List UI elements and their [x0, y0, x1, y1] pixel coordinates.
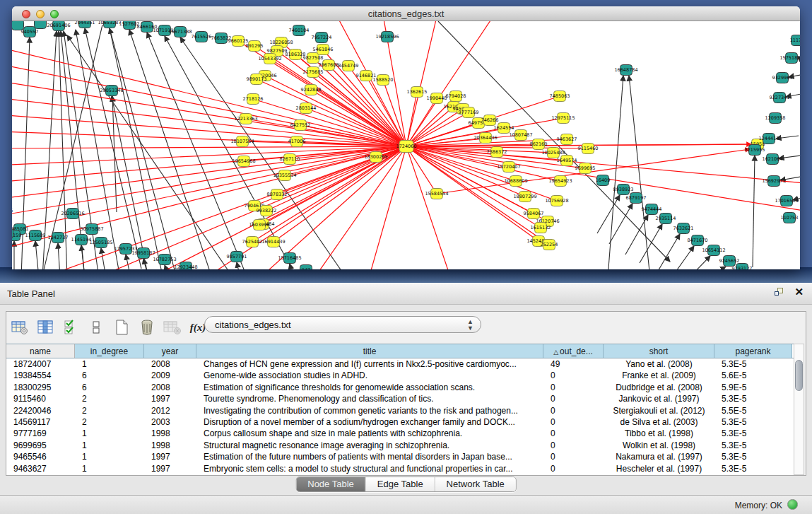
- network-node[interactable]: 10688609: [504, 176, 527, 187]
- network-node[interactable]: 1145194: [71, 235, 92, 245]
- network-node[interactable]: 947: [300, 265, 312, 270]
- network-node[interactable]: 17016504: [775, 196, 798, 206]
- network-node[interactable]: 12505185: [89, 238, 112, 248]
- network-node[interactable]: 1990448: [427, 93, 447, 104]
- network-node[interactable]: 8454749: [339, 61, 359, 71]
- network-node[interactable]: 1649574: [557, 156, 577, 166]
- network-node[interactable]: 7460104: [289, 25, 310, 36]
- table-row[interactable]: 946362711997Embryonic stem cells: a mode…: [6, 463, 794, 474]
- network-node[interactable]: 15716485: [278, 253, 301, 264]
- row-height-icon[interactable]: [87, 318, 105, 337]
- column-header-pagerank[interactable]: pagerank: [714, 344, 792, 358]
- network-edge-red[interactable]: [12, 146, 406, 148]
- network-node[interactable]: 7632621: [673, 223, 694, 234]
- table-row[interactable]: 946554611997Estimation of the future num…: [6, 451, 794, 462]
- network-edge-black[interactable]: [110, 28, 163, 269]
- network-edge-red[interactable]: [406, 107, 454, 146]
- network-node[interactable]: 20364436: [473, 133, 497, 144]
- network-node[interactable]: 16914439: [261, 237, 285, 247]
- network-node[interactable]: 2935114: [656, 214, 676, 224]
- network-edge-red[interactable]: [406, 21, 438, 146]
- network-edge-black[interactable]: [753, 156, 755, 267]
- column-header-short[interactable]: short: [604, 344, 714, 358]
- new-table-icon[interactable]: [112, 318, 131, 337]
- network-node[interactable]: [12, 228, 13, 239]
- network-node[interactable]: 1362615: [407, 87, 428, 98]
- network-node[interactable]: 1621064: [763, 154, 783, 165]
- network-node[interactable]: 10653287: [98, 21, 121, 28]
- network-node[interactable]: 216065: [12, 206, 13, 216]
- network-edge-black[interactable]: [112, 96, 117, 212]
- network-node[interactable]: 19218596: [375, 32, 399, 42]
- network-node[interactable]: 10756928: [545, 196, 568, 206]
- tab-node-table[interactable]: Node Table: [296, 477, 366, 491]
- network-node[interactable]: 39159: [12, 230, 21, 241]
- network-node[interactable]: 7957224: [312, 33, 332, 43]
- network-edge-red[interactable]: [28, 146, 406, 269]
- network-node[interactable]: 2175685: [303, 67, 324, 78]
- network-node[interactable]: 9242848: [301, 85, 322, 95]
- table-row[interactable]: 969969511998Structural magnetic resonanc…: [6, 440, 794, 451]
- network-node[interactable]: 7615526: [192, 32, 212, 42]
- network-node[interactable]: 8938923: [613, 185, 634, 195]
- table-select-dropdown[interactable]: citations_edges.txt ▲▼: [204, 316, 481, 333]
- network-edge-black[interactable]: [35, 241, 39, 269]
- network-node[interactable]: 9227341: [770, 93, 790, 103]
- column-header-in_degree[interactable]: in_degree: [75, 344, 144, 358]
- float-panel-icon[interactable]: [775, 288, 784, 297]
- network-edge-black[interactable]: [101, 248, 106, 269]
- network-edge-black[interactable]: [597, 195, 620, 233]
- network-node[interactable]: 11172: [790, 35, 800, 46]
- tab-edge-table[interactable]: Edge Table: [366, 477, 435, 491]
- network-node[interactable]: 15584554: [425, 189, 448, 199]
- network-node[interactable]: 15692971: [762, 176, 785, 187]
- delete-rows-icon[interactable]: [138, 318, 156, 337]
- close-panel-icon[interactable]: ✕: [794, 287, 804, 297]
- network-node[interactable]: 30975887: [80, 224, 103, 235]
- scrollbar-thumb[interactable]: [795, 360, 803, 391]
- table-row[interactable]: 1872400712008Changes of HCN gene express…: [6, 358, 794, 370]
- network-node[interactable]: 9115460: [578, 144, 599, 154]
- network-node[interactable]: 8267110: [280, 154, 300, 165]
- network-node[interactable]: 8471670: [688, 235, 708, 246]
- table-row[interactable]: 2242004622012Investigating the contribut…: [6, 405, 794, 416]
- select-rows-icon[interactable]: [61, 318, 80, 337]
- network-node[interactable]: 15751874: [779, 53, 800, 64]
- network-node[interactable]: 9329965: [772, 73, 793, 83]
- memory-status-icon[interactable]: [787, 499, 798, 510]
- table-row[interactable]: 1938455462009Genome-wide association stu…: [6, 370, 794, 381]
- network-node[interactable]: [35, 21, 47, 29]
- network-edge-red[interactable]: [406, 146, 452, 269]
- network-edge-red[interactable]: [12, 60, 406, 146]
- network-node[interactable]: 12923448: [174, 262, 197, 270]
- network-graph[interactable]: 9405572069140620443511065328715276028466…: [12, 21, 800, 269]
- table-row[interactable]: 911546021997Tourette syndrome. Phenomeno…: [6, 393, 794, 404]
- network-canvas[interactable]: 9405572069140620443511065328715276028466…: [12, 21, 800, 269]
- network-node[interactable]: 16409: [596, 175, 611, 186]
- table-settings-icon[interactable]: [11, 318, 29, 337]
- network-node[interactable]: 9474444: [642, 204, 662, 215]
- network-edge-black[interactable]: [776, 136, 799, 139]
- column-header-title[interactable]: title: [196, 344, 543, 358]
- network-node[interactable]: 2044351: [75, 21, 95, 28]
- network-node[interactable]: 12213363: [234, 114, 257, 124]
- network-node[interactable]: 18107554: [230, 136, 254, 147]
- network-node[interactable]: 6794028: [446, 91, 466, 102]
- network-node[interactable]: 19654968: [232, 156, 255, 167]
- node-table[interactable]: namein_degreeyeartitle△out_de...shortpag…: [6, 344, 794, 475]
- network-node[interactable]: 20691406: [47, 21, 70, 31]
- network-node[interactable]: 29053346: [100, 86, 123, 96]
- network-edge-red[interactable]: [285, 146, 406, 175]
- network-node[interactable]: 15720407: [497, 162, 520, 173]
- window-titlebar[interactable]: citations_edges.txt: [12, 6, 800, 21]
- network-node[interactable]: 10654112: [702, 245, 725, 256]
- network-edge-black[interactable]: [438, 21, 670, 262]
- network-edge-red[interactable]: [406, 146, 437, 194]
- column-header-name[interactable]: name: [6, 344, 75, 358]
- network-edge-red[interactable]: [367, 146, 406, 269]
- network-edge-black[interactable]: [707, 267, 726, 269]
- network-node[interactable]: 2718126: [243, 94, 264, 105]
- network-node[interactable]: 1624554: [494, 123, 514, 134]
- network-edge-black[interactable]: [126, 255, 131, 269]
- network-node[interactable]: 9463627: [557, 134, 577, 145]
